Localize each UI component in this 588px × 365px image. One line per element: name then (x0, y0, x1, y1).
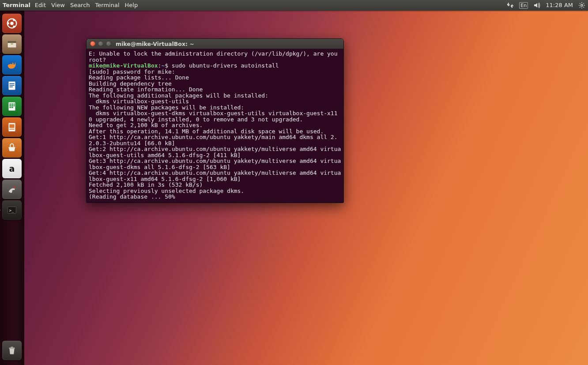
launcher-amazon[interactable]: a (2, 159, 22, 178)
window-titlebar[interactable]: mike@mike-VirtualBox: ~ (87, 39, 343, 49)
svg-rect-24 (11, 103, 13, 105)
unity-launcher: a >_ (0, 11, 24, 365)
terminal-line: Get:1 http://ca.archive.ubuntu.com/ubunt… (89, 134, 338, 147)
svg-rect-29 (9, 107, 11, 108)
svg-point-34 (14, 186, 15, 188)
svg-rect-30 (11, 107, 13, 108)
terminal-line: Get:4 http://ca.archive.ubuntu.com/ubunt… (89, 169, 341, 182)
menu-file[interactable]: Edit (35, 0, 46, 11)
terminal-command: sudo ubuntu-drivers autoinstall (172, 62, 279, 69)
svg-line-7 (580, 7, 580, 8)
launcher-trash[interactable] (2, 341, 22, 360)
svg-point-0 (581, 4, 583, 6)
menu-search[interactable]: Terminal (95, 0, 120, 11)
svg-line-5 (580, 3, 580, 4)
svg-text:>_: >_ (9, 208, 14, 213)
launcher-dash[interactable] (2, 14, 22, 33)
terminal-line: (Reading database ... 50% (89, 193, 175, 200)
clock[interactable]: 11:28 AM (546, 0, 573, 11)
launcher-writer[interactable] (2, 76, 22, 95)
keyboard-lang-indicator[interactable]: En (519, 2, 528, 9)
svg-rect-38 (11, 347, 13, 348)
terminal-line: E: Unable to lock the administration dir… (89, 50, 341, 63)
window-maximize-button[interactable] (106, 41, 111, 46)
network-icon[interactable] (507, 2, 514, 9)
svg-rect-23 (9, 103, 11, 105)
gear-icon[interactable] (578, 2, 585, 9)
menu-terminal[interactable]: Help (125, 0, 138, 11)
svg-line-8 (584, 3, 584, 4)
sound-icon[interactable] (533, 2, 540, 9)
svg-rect-16 (11, 43, 13, 45)
launcher-firefox[interactable] (2, 55, 22, 75)
svg-point-12 (13, 19, 15, 21)
svg-rect-19 (9, 83, 14, 84)
window-title: mike@mike-VirtualBox: ~ (116, 41, 194, 47)
svg-rect-33 (9, 129, 14, 130)
launcher-settings[interactable] (2, 180, 22, 199)
svg-rect-32 (9, 124, 14, 128)
svg-point-10 (10, 22, 14, 25)
launcher-terminal[interactable]: >_ (2, 200, 22, 220)
menubar-appname: Terminal (3, 0, 30, 11)
terminal-line: Get:2 http://ca.archive.ubuntu.com/ubunt… (89, 146, 341, 158)
menu-view[interactable]: Search (70, 0, 90, 11)
terminal-body[interactable]: E: Unable to lock the administration dir… (87, 49, 343, 203)
launcher-impress[interactable] (2, 117, 22, 137)
terminal-window[interactable]: mike@mike-VirtualBox: ~ E: Unable to loc… (86, 38, 344, 203)
window-close-button[interactable] (90, 41, 95, 46)
svg-rect-20 (9, 85, 14, 86)
svg-rect-14 (8, 41, 16, 43)
launcher-files[interactable] (2, 34, 22, 54)
svg-rect-28 (14, 105, 15, 106)
svg-rect-25 (14, 103, 15, 105)
window-minimize-button[interactable] (98, 41, 103, 46)
launcher-software[interactable] (2, 138, 22, 158)
terminal-line: Get:3 http://ca.archive.ubuntu.com/ubunt… (89, 158, 341, 170)
svg-line-6 (584, 7, 584, 8)
svg-point-13 (13, 26, 15, 28)
svg-rect-26 (9, 105, 11, 106)
launcher-calc[interactable] (2, 97, 22, 116)
svg-rect-27 (11, 105, 13, 106)
svg-rect-21 (9, 87, 13, 87)
svg-point-11 (7, 23, 9, 25)
menu-edit[interactable]: View (51, 0, 65, 11)
top-menu-bar: Terminal Edit View Search Terminal Help … (0, 0, 588, 11)
